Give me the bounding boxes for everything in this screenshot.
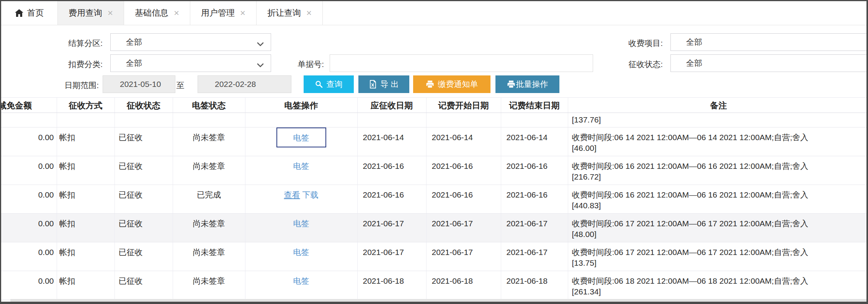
tab-3[interactable]: 用户管理× <box>190 1 257 25</box>
start-value: 2021-06-18 <box>432 276 473 285</box>
tab-4[interactable]: 折让查询× <box>257 1 323 25</box>
esign-link[interactable]: 电签 <box>293 248 309 257</box>
table-row: 0.00帐扣已征收尚未签章电签2021-06-162021-06-162021-… <box>1 156 868 185</box>
start-value: 2021-06-16 <box>432 190 473 199</box>
end-value: 2021-06-17 <box>507 219 548 228</box>
status-cell: 已征收 <box>114 127 173 156</box>
remark-line2: [46.00] <box>572 143 868 154</box>
remark-line1: 收费时间段:06 17 2021 12:00AM—06 17 2021 12:0… <box>572 247 868 258</box>
sign_status-value: 尚未签章 <box>193 248 225 257</box>
sign_status-value: 已完成 <box>197 190 221 199</box>
table-row: 0.00帐扣已征收尚未签章电签2021-06-142021-06-142021-… <box>1 127 868 156</box>
horizontal-scrollbar[interactable] <box>10 299 866 302</box>
remark-cell: 收费时间段:06 16 2021 12:00AM—06 16 2021 12:0… <box>568 156 868 185</box>
table-body: [137.76]0.00帐扣已征收尚未签章电签2021-06-142021-06… <box>1 113 868 300</box>
esign-link[interactable]: 电签 <box>293 276 309 285</box>
sign_status-value: 尚未签章 <box>193 219 225 228</box>
date-to-input[interactable]: 2022-02-28 <box>198 75 291 93</box>
column-header-label: 记费开始日期 <box>438 101 489 110</box>
export-button[interactable]: 导 出 <box>358 75 409 93</box>
status-value: 已征收 <box>119 190 143 199</box>
due-value: 2021-06-16 <box>363 190 404 199</box>
status-value: 已征收 <box>119 219 143 228</box>
column-header: 减免金额 <box>1 98 57 113</box>
column-header-label: 备注 <box>710 101 727 110</box>
start-cell: 2021-06-17 <box>426 242 501 271</box>
tab-bar: 首页费用查询×基础信息×用户管理×折让查询× <box>1 1 866 25</box>
tab-close-icon[interactable]: × <box>174 8 179 18</box>
batch-operation-button[interactable]: 批量操作 <box>495 75 559 93</box>
status-cell: 已征收 <box>114 156 173 185</box>
remark-line1: 收费时间段:06 16 2021 12:00AM—06 16 2021 12:0… <box>572 190 868 200</box>
amount-cell: 0.00 <box>1 156 57 185</box>
tab-1[interactable]: 费用查询× <box>58 1 124 25</box>
remark-line2: [48.00] <box>572 229 868 240</box>
table-row: 0.00帐扣已征收尚未签章电签2021-06-172021-06-172021-… <box>1 214 868 242</box>
status-value: 已征收 <box>119 133 143 142</box>
download-link[interactable]: 下载 <box>302 190 318 199</box>
charge-item-label: 收费项目: <box>609 38 663 49</box>
date-from-input[interactable]: 2021-05-10 <box>103 75 175 93</box>
payment-notice-button[interactable]: 缴费通知单 <box>413 75 490 93</box>
method-value: 帐扣 <box>59 190 75 199</box>
remark-cell: 收费时间段:06 17 2021 12:00AM—06 17 2021 12:0… <box>568 214 868 242</box>
date-from-value: 2021-05-10 <box>120 80 161 89</box>
esign-action-cell: 电签 <box>245 214 357 242</box>
remark-line2: [261.34] <box>572 286 868 297</box>
charge-item-value: 全部 <box>686 37 702 47</box>
search-button[interactable]: 查询 <box>304 75 354 93</box>
remark-cell: 收费时间段:06 16 2021 12:00AM—06 16 2021 12:0… <box>568 185 868 214</box>
sign_status-cell: 尚未签章 <box>173 214 245 242</box>
bill-no-input[interactable] <box>330 54 593 72</box>
status-value: 已征收 <box>119 248 143 257</box>
charge-item-select[interactable]: 全部 <box>670 33 868 51</box>
remark-line1: 收费时间段:06 17 2021 12:00AM—06 17 2021 12:0… <box>572 218 868 229</box>
settlement-zone-label: 结算分区: <box>49 38 103 49</box>
amount-value: 0.00 <box>38 219 54 228</box>
excel-file-icon <box>369 80 377 88</box>
tab-home[interactable]: 首页 <box>1 1 58 25</box>
chevron-down-icon <box>257 39 264 49</box>
settlement-zone-select[interactable]: 全部 <box>110 33 271 51</box>
esign-link[interactable]: 电签 <box>293 162 309 170</box>
table-row: 0.00帐扣已征收已完成查看 下载2021-06-162021-06-16202… <box>1 185 868 214</box>
esign-link[interactable]: 电签 <box>293 219 309 228</box>
deduct-category-select[interactable]: 全部 <box>110 54 271 72</box>
status-cell <box>114 113 173 127</box>
sign_status-value: 尚未签章 <box>193 162 225 170</box>
bill-no-label: 单据号: <box>270 59 324 70</box>
tab-close-icon[interactable]: × <box>240 8 245 18</box>
start-value: 2021-06-16 <box>432 162 473 170</box>
remark-cell: 收费时间段:06 17 2021 12:00AM—06 17 2021 12:0… <box>568 242 868 271</box>
amount-cell <box>1 113 57 127</box>
status-value: 已征收 <box>119 162 143 170</box>
deduct-category-value: 全部 <box>126 58 142 69</box>
esign-link[interactable]: 电签 <box>293 133 309 142</box>
printer-icon <box>507 80 515 88</box>
view-link[interactable]: 查看 <box>284 190 300 199</box>
sign_status-cell: 已完成 <box>173 185 245 214</box>
filter-panel: 结算分区: 全部 收费项目: 全部 扣费分类: 全部 单据号: 征收状态: 全部… <box>1 25 866 97</box>
collect-status-select[interactable]: 全部 <box>670 54 868 72</box>
search-icon <box>315 80 323 88</box>
column-header-label: 应征收日期 <box>371 101 413 110</box>
status-cell: 已征收 <box>114 271 173 300</box>
method-value: 帐扣 <box>59 248 75 257</box>
remark-line2: [440.83] <box>572 200 868 211</box>
status-cell: 已征收 <box>114 185 173 214</box>
tab-close-icon[interactable]: × <box>108 8 113 18</box>
end-cell: 2021-06-17 <box>501 214 568 242</box>
amount-value: 0.00 <box>38 276 54 285</box>
remark-line2: [13.75] <box>572 258 868 268</box>
remark-line1: 收费时间段:06 18 2021 12:00AM—06 18 2021 12:0… <box>572 276 868 286</box>
fee-query-page: 首页费用查询×基础信息×用户管理×折让查询× 结算分区: 全部 收费项目: 全部… <box>0 0 868 304</box>
tab-label: 基础信息 <box>135 7 168 19</box>
tab-close-icon[interactable]: × <box>306 8 312 18</box>
table-header-row: 减免金额征收方式征收状态电签状态电签操作应征收日期记费开始日期记费结束日期备注 <box>1 98 868 113</box>
esign-action-cell: 电签 <box>245 156 357 185</box>
tab-2[interactable]: 基础信息× <box>124 1 190 25</box>
method-value: 帐扣 <box>59 133 75 142</box>
end-value: 2021-06-17 <box>507 248 548 257</box>
table-row: 0.00帐扣已征收尚未签章电签2021-06-182021-06-182021-… <box>1 271 868 300</box>
esign-action-cell: 电签 <box>245 271 357 300</box>
